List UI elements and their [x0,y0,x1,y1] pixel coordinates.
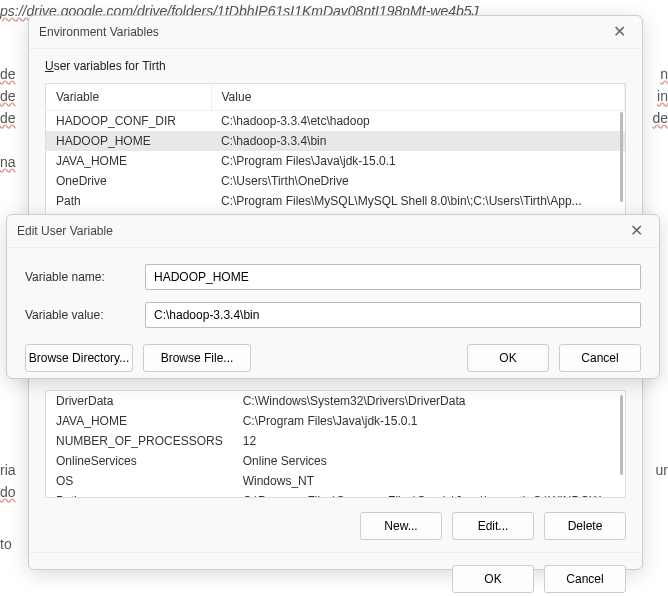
close-button[interactable]: ✕ [624,221,649,241]
var-name-cell: HADOOP_CONF_DIR [46,111,211,132]
var-name-cell: NUMBER_OF_PROCESSORS [46,431,233,451]
var-name-cell: JAVA_HOME [46,151,211,171]
variable-value-input[interactable] [145,302,641,328]
browse-file-button[interactable]: Browse File... [143,344,251,372]
bg-frag: de [0,88,16,104]
var-name-cell: HADOOP_HOME [46,131,211,151]
var-value-cell: C:\hadoop-3.3.4\etc\hadoop [211,111,625,132]
cancel-button[interactable]: Cancel [559,344,641,372]
ok-button[interactable]: OK [467,344,549,372]
user-vars-table-wrap: Variable Value HADOOP_CONF_DIRC:\hadoop-… [45,83,626,225]
table-row[interactable]: PathC:\Program Files\Common Files\Oracle… [46,491,625,498]
var-name-cell: Path [46,191,211,211]
var-value-cell: C:\hadoop-3.3.4\bin [211,131,625,151]
new-button[interactable]: New... [360,512,442,540]
bg-frag: ria [0,462,16,478]
close-icon: ✕ [613,23,626,40]
edit-variable-dialog: Edit User Variable ✕ Variable name: Vari… [6,214,660,379]
var-value-cell: 12 [233,431,625,451]
table-row[interactable]: JAVA_HOMEC:\Program Files\Java\jdk-15.0.… [46,151,625,171]
scrollbar[interactable] [620,112,623,202]
var-name-cell: JAVA_HOME [46,411,233,431]
table-row[interactable]: HADOOP_CONF_DIRC:\hadoop-3.3.4\etc\hadoo… [46,111,625,132]
var-value-cell: C:\Users\Tirth\OneDrive [211,171,625,191]
table-row[interactable]: DriverDataC:\Windows\System32\Drivers\Dr… [46,391,625,411]
var-name-cell: Path [46,491,233,498]
table-row[interactable]: NUMBER_OF_PROCESSORS12 [46,431,625,451]
dialog-buttons: OK Cancel [29,557,642,596]
bg-frag: de [0,66,16,82]
table-row[interactable]: OnlineServicesOnline Services [46,451,625,471]
table-row[interactable]: OSWindows_NT [46,471,625,491]
dialog-header: Environment Variables ✕ [29,16,642,49]
table-row[interactable]: OneDriveC:\Users\Tirth\OneDrive [46,171,625,191]
edit-button[interactable]: Edit... [452,512,534,540]
dialog-header: Edit User Variable ✕ [7,215,659,248]
var-value-cell: C:\Program Files\Java\jdk-15.0.1 [233,411,625,431]
var-name-cell: OneDrive [46,171,211,191]
bg-frag: to [0,536,12,552]
table-row[interactable]: PathC:\Program Files\MySQL\MySQL Shell 8… [46,191,625,211]
bg-frag: do [0,484,16,500]
system-vars-buttons: New... Edit... Delete [29,504,642,548]
var-value-cell: C:\Program Files\Common Files\Oracle\Jav… [233,491,625,498]
variable-value-label: Variable value: [25,308,145,322]
bg-frag: de [0,110,16,126]
edit-dialog-buttons: Browse Directory... Browse File... OK Ca… [7,334,659,372]
variable-name-label: Variable name: [25,270,145,284]
var-value-cell: Online Services [233,451,625,471]
close-icon: ✕ [630,222,643,239]
user-vars-table[interactable]: Variable Value HADOOP_CONF_DIRC:\hadoop-… [46,84,625,225]
variable-name-input[interactable] [145,264,641,290]
dialog-title: Environment Variables [39,25,159,39]
var-value-cell: Windows_NT [233,471,625,491]
browse-directory-button[interactable]: Browse Directory... [25,344,133,372]
col-header-variable[interactable]: Variable [46,84,211,111]
var-name-cell: DriverData [46,391,233,411]
table-row[interactable]: HADOOP_HOMEC:\hadoop-3.3.4\bin [46,131,625,151]
system-vars-table-wrap: DriverDataC:\Windows\System32\Drivers\Dr… [45,390,626,498]
user-vars-label: UUser variables for Tirthser variables f… [29,49,642,79]
var-name-cell: OnlineServices [46,451,233,471]
col-header-value[interactable]: Value [211,84,625,111]
bg-frag: na [0,154,16,170]
var-value-cell: C:\Windows\System32\Drivers\DriverData [233,391,625,411]
bg-frag: de [652,110,668,126]
cancel-button[interactable]: Cancel [544,565,626,593]
close-button[interactable]: ✕ [607,22,632,42]
ok-button[interactable]: OK [452,565,534,593]
bg-frag: n [660,66,668,82]
table-row[interactable]: JAVA_HOMEC:\Program Files\Java\jdk-15.0.… [46,411,625,431]
dialog-title: Edit User Variable [17,224,113,238]
scrollbar[interactable] [620,395,623,475]
variable-name-row: Variable name: [7,258,659,296]
var-value-cell: C:\Program Files\MySQL\MySQL Shell 8.0\b… [211,191,625,211]
system-vars-table[interactable]: DriverDataC:\Windows\System32\Drivers\Dr… [46,391,625,498]
variable-value-row: Variable value: [7,296,659,334]
var-name-cell: OS [46,471,233,491]
var-value-cell: C:\Program Files\Java\jdk-15.0.1 [211,151,625,171]
delete-button[interactable]: Delete [544,512,626,540]
bg-frag: in [657,88,668,104]
bg-frag: ur [656,462,668,478]
